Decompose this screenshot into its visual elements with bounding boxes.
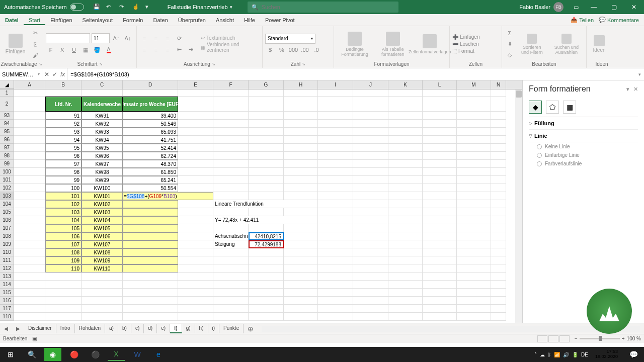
cell[interactable] [388, 97, 423, 112]
cell[interactable] [457, 305, 491, 313]
cell[interactable] [14, 112, 45, 120]
cell[interactable] [388, 256, 423, 264]
cell[interactable]: 102 [45, 200, 82, 208]
cell[interactable] [45, 297, 82, 305]
cell[interactable] [388, 216, 423, 224]
cell[interactable] [457, 297, 491, 305]
cell[interactable] [45, 273, 82, 281]
cell[interactable] [353, 208, 388, 216]
cell[interactable] [213, 273, 249, 281]
cell[interactable] [353, 192, 388, 200]
cell[interactable] [423, 289, 457, 297]
cell[interactable]: KW99 [82, 176, 123, 184]
cell[interactable] [353, 240, 388, 248]
number-format-select[interactable]: Standard▾ [265, 34, 315, 44]
cell[interactable] [318, 264, 353, 273]
sheet-nav-prev[interactable]: ◀ [0, 326, 12, 331]
row-header[interactable]: 110 [0, 248, 14, 256]
search-input[interactable] [262, 4, 394, 10]
cell[interactable] [457, 112, 491, 120]
tab-file[interactable]: Datei [0, 15, 24, 25]
cell[interactable] [388, 128, 423, 136]
paste-button[interactable]: Einfügen [3, 29, 28, 59]
cell[interactable] [249, 224, 284, 232]
align-left-icon[interactable]: ≡ [139, 45, 149, 55]
zoom-level[interactable]: 100 % [627, 336, 641, 341]
cell[interactable] [249, 289, 284, 297]
cell[interactable] [423, 168, 457, 176]
cell[interactable] [178, 160, 213, 168]
cell[interactable] [491, 216, 506, 224]
cell[interactable] [423, 152, 457, 160]
cell[interactable] [388, 144, 423, 152]
cell[interactable]: 42410,8215 [249, 232, 284, 240]
cell[interactable]: 109 [45, 256, 82, 264]
cell[interactable] [491, 144, 506, 152]
cell[interactable] [249, 256, 284, 264]
cell[interactable] [353, 97, 388, 112]
cell[interactable] [423, 97, 457, 112]
cell[interactable]: 95 [45, 144, 82, 152]
cell[interactable] [249, 120, 284, 128]
col-header-F[interactable]: F [213, 80, 249, 89]
cell[interactable] [123, 248, 178, 256]
cell[interactable] [318, 281, 353, 289]
col-header-G[interactable]: G [249, 80, 284, 89]
cell[interactable] [318, 240, 353, 248]
cell[interactable] [318, 168, 353, 176]
cell[interactable] [318, 305, 353, 313]
cell[interactable] [388, 160, 423, 168]
row-header[interactable]: 113 [0, 273, 14, 281]
cell[interactable] [491, 120, 506, 128]
cell[interactable] [178, 240, 213, 248]
format-painter-icon[interactable]: 🖌 [30, 50, 40, 60]
formula-expand-icon[interactable]: ▾ [635, 72, 644, 77]
row-header[interactable]: 107 [0, 224, 14, 232]
cell[interactable]: KW98 [82, 168, 123, 176]
cell[interactable] [123, 305, 178, 313]
cell[interactable] [284, 136, 318, 144]
align-top-icon[interactable]: ≡ [139, 34, 149, 44]
indent-inc-icon[interactable]: ⇥ [186, 45, 196, 55]
cell[interactable] [491, 152, 506, 160]
cell[interactable] [457, 89, 491, 97]
cell[interactable] [388, 208, 423, 216]
cell[interactable] [249, 160, 284, 168]
cell[interactable]: KW103 [82, 208, 123, 216]
cell[interactable] [123, 232, 178, 240]
zoom-slider[interactable] [580, 338, 620, 339]
cell[interactable] [213, 289, 249, 297]
qat-more-icon[interactable]: ▾ [145, 4, 152, 11]
cell[interactable]: KW105 [82, 224, 123, 232]
cell[interactable] [249, 313, 284, 321]
cell[interactable] [318, 160, 353, 168]
cell[interactable] [388, 281, 423, 289]
cell[interactable]: Y= 72,43x + 42.411 [213, 216, 318, 224]
cell[interactable]: 106 [45, 232, 82, 240]
cell[interactable] [491, 224, 506, 232]
sheet-tab[interactable]: g) [182, 324, 195, 333]
cell[interactable]: 93 [45, 128, 82, 136]
cell[interactable] [353, 128, 388, 136]
tray-battery-icon[interactable]: 🔋 [572, 352, 578, 357]
cell[interactable] [249, 248, 284, 256]
cell[interactable] [178, 216, 213, 224]
cell[interactable] [213, 136, 249, 144]
cell[interactable] [178, 128, 213, 136]
col-header-D[interactable]: D [123, 80, 178, 89]
cell[interactable] [423, 240, 457, 248]
row-header[interactable]: 93 [0, 112, 14, 120]
cell[interactable]: 99 [45, 176, 82, 184]
cell[interactable] [318, 144, 353, 152]
cell[interactable] [423, 89, 457, 97]
cell[interactable] [249, 281, 284, 289]
number-launcher[interactable]: ↘ [302, 62, 305, 66]
col-header-K[interactable]: K [388, 80, 423, 89]
cell[interactable] [284, 289, 318, 297]
cell[interactable] [353, 136, 388, 144]
cell[interactable] [45, 89, 82, 97]
cell[interactable] [353, 120, 388, 128]
cell[interactable] [318, 97, 353, 112]
active-formula-cell[interactable]: =$G$108+(G109*B103) [123, 192, 213, 200]
cell[interactable] [178, 248, 213, 256]
